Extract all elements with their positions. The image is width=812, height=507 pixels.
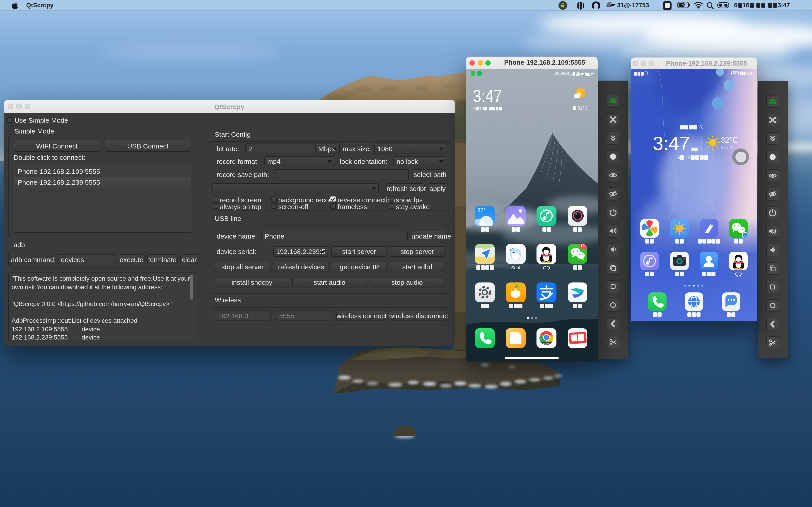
svg-text:Beta: Beta xyxy=(543,342,549,346)
svg-text:5: 5 xyxy=(589,72,590,75)
